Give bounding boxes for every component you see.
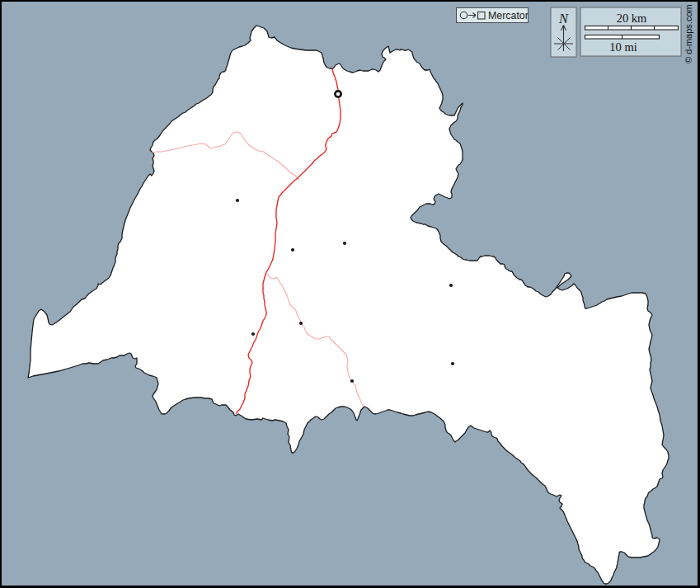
- svg-text:10 mi: 10 mi: [609, 40, 637, 54]
- svg-text:20 km: 20 km: [617, 12, 647, 25]
- svg-text:© d-maps.com: © d-maps.com: [684, 4, 693, 64]
- svg-text:Mercator: Mercator: [488, 10, 529, 21]
- svg-text:N: N: [558, 11, 569, 26]
